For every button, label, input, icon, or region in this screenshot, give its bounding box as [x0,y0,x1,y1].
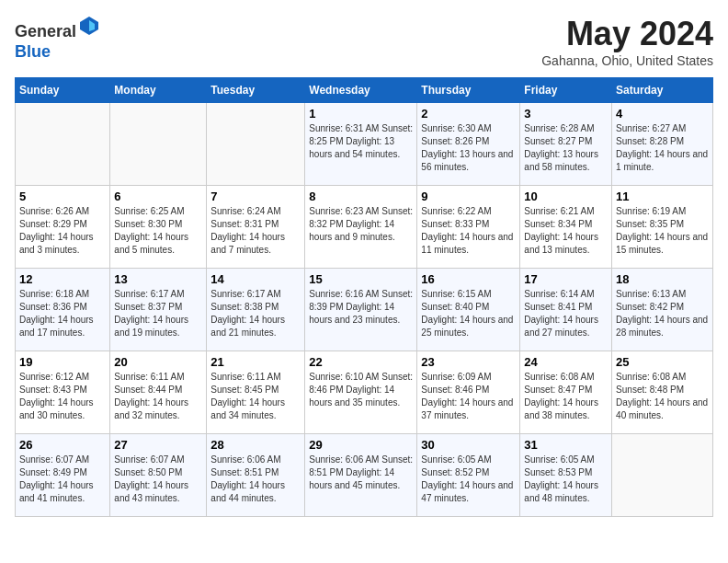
day-content: Sunrise: 6:09 AM Sunset: 8:46 PM Dayligh… [421,371,516,422]
day-content: Sunrise: 6:07 AM Sunset: 8:49 PM Dayligh… [19,454,106,505]
weekday-header-sunday: Sunday [16,78,110,103]
calendar-cell: 19Sunrise: 6:12 AM Sunset: 8:43 PM Dayli… [16,351,110,434]
calendar-cell: 13Sunrise: 6:17 AM Sunset: 8:37 PM Dayli… [110,269,207,351]
calendar-cell: 9Sunrise: 6:22 AM Sunset: 8:33 PM Daylig… [417,186,520,269]
calendar-cell: 11Sunrise: 6:19 AM Sunset: 8:35 PM Dayli… [612,186,713,269]
calendar-cell: 5Sunrise: 6:26 AM Sunset: 8:29 PM Daylig… [16,186,110,269]
day-number: 30 [421,438,516,452]
day-content: Sunrise: 6:05 AM Sunset: 8:53 PM Dayligh… [524,454,608,505]
day-content: Sunrise: 6:12 AM Sunset: 8:43 PM Dayligh… [19,371,106,422]
day-number: 18 [616,272,709,286]
calendar-week-row: 12Sunrise: 6:18 AM Sunset: 8:36 PM Dayli… [16,269,713,351]
calendar-cell: 25Sunrise: 6:08 AM Sunset: 8:48 PM Dayli… [612,351,713,434]
day-content: Sunrise: 6:10 AM Sunset: 8:46 PM Dayligh… [309,371,413,409]
day-number: 15 [309,272,413,286]
calendar-cell: 15Sunrise: 6:16 AM Sunset: 8:39 PM Dayli… [305,269,417,351]
day-content: Sunrise: 6:06 AM Sunset: 8:51 PM Dayligh… [309,454,413,492]
day-content: Sunrise: 6:22 AM Sunset: 8:33 PM Dayligh… [421,205,516,257]
calendar-cell: 31Sunrise: 6:05 AM Sunset: 8:53 PM Dayli… [520,434,612,517]
day-number: 31 [524,438,608,452]
day-number: 3 [524,107,608,121]
page-header: General Blue May 2024 Gahanna, Ohio, Uni… [15,15,713,68]
calendar-week-row: 26Sunrise: 6:07 AM Sunset: 8:49 PM Dayli… [16,434,713,517]
weekday-header-tuesday: Tuesday [207,78,305,103]
day-content: Sunrise: 6:14 AM Sunset: 8:41 PM Dayligh… [524,288,608,339]
day-number: 27 [114,438,202,452]
calendar-cell [612,434,713,517]
day-number: 19 [19,355,106,369]
day-number: 11 [616,190,709,203]
day-content: Sunrise: 6:05 AM Sunset: 8:52 PM Dayligh… [421,454,516,505]
day-number: 6 [114,190,202,203]
day-content: Sunrise: 6:31 AM Sunset: 8:25 PM Dayligh… [309,122,413,161]
day-content: Sunrise: 6:25 AM Sunset: 8:30 PM Dayligh… [114,205,202,257]
day-number: 29 [309,438,413,452]
calendar-week-row: 19Sunrise: 6:12 AM Sunset: 8:43 PM Dayli… [16,351,713,434]
logo: General Blue [15,15,100,62]
day-number: 10 [524,190,608,203]
day-content: Sunrise: 6:19 AM Sunset: 8:35 PM Dayligh… [616,205,709,257]
day-number: 20 [114,355,202,369]
day-content: Sunrise: 6:17 AM Sunset: 8:37 PM Dayligh… [114,288,202,339]
weekday-header-saturday: Saturday [612,78,713,103]
day-number: 28 [210,438,301,452]
calendar-cell: 24Sunrise: 6:08 AM Sunset: 8:47 PM Dayli… [520,351,612,434]
calendar-cell: 12Sunrise: 6:18 AM Sunset: 8:36 PM Dayli… [16,269,110,351]
calendar-cell: 7Sunrise: 6:24 AM Sunset: 8:31 PM Daylig… [207,186,305,269]
weekday-header-thursday: Thursday [417,78,520,103]
day-number: 1 [309,107,413,121]
day-number: 14 [210,272,301,286]
day-number: 12 [19,272,106,286]
day-content: Sunrise: 6:26 AM Sunset: 8:29 PM Dayligh… [19,205,106,257]
calendar-cell: 18Sunrise: 6:13 AM Sunset: 8:42 PM Dayli… [612,269,713,351]
weekday-header-wednesday: Wednesday [305,78,417,103]
day-number: 2 [421,107,516,121]
day-content: Sunrise: 6:16 AM Sunset: 8:39 PM Dayligh… [309,288,413,327]
calendar-cell [110,103,207,186]
day-content: Sunrise: 6:23 AM Sunset: 8:32 PM Dayligh… [309,205,413,244]
location-subtitle: Gahanna, Ohio, United States [541,53,713,68]
calendar-cell: 20Sunrise: 6:11 AM Sunset: 8:44 PM Dayli… [110,351,207,434]
day-number: 7 [210,190,301,203]
day-content: Sunrise: 6:08 AM Sunset: 8:48 PM Dayligh… [616,371,709,422]
day-number: 17 [524,272,608,286]
weekday-header-monday: Monday [110,78,207,103]
day-number: 23 [421,355,516,369]
day-number: 9 [421,190,516,203]
day-number: 13 [114,272,202,286]
day-content: Sunrise: 6:11 AM Sunset: 8:45 PM Dayligh… [210,371,301,422]
calendar-table: SundayMondayTuesdayWednesdayThursdayFrid… [15,77,713,517]
day-number: 8 [309,190,413,203]
calendar-cell: 1Sunrise: 6:31 AM Sunset: 8:25 PM Daylig… [305,103,417,186]
day-content: Sunrise: 6:07 AM Sunset: 8:50 PM Dayligh… [114,454,202,505]
day-content: Sunrise: 6:24 AM Sunset: 8:31 PM Dayligh… [210,205,301,257]
calendar-cell: 8Sunrise: 6:23 AM Sunset: 8:32 PM Daylig… [305,186,417,269]
calendar-cell: 21Sunrise: 6:11 AM Sunset: 8:45 PM Dayli… [207,351,305,434]
day-content: Sunrise: 6:13 AM Sunset: 8:42 PM Dayligh… [616,288,709,339]
calendar-cell: 2Sunrise: 6:30 AM Sunset: 8:26 PM Daylig… [417,103,520,186]
day-content: Sunrise: 6:17 AM Sunset: 8:38 PM Dayligh… [210,288,301,339]
day-content: Sunrise: 6:30 AM Sunset: 8:26 PM Dayligh… [421,122,516,174]
day-number: 16 [421,272,516,286]
logo-blue-text: Blue [15,42,51,61]
day-number: 5 [19,190,106,203]
day-content: Sunrise: 6:08 AM Sunset: 8:47 PM Dayligh… [524,371,608,422]
day-content: Sunrise: 6:11 AM Sunset: 8:44 PM Dayligh… [114,371,202,422]
day-content: Sunrise: 6:06 AM Sunset: 8:51 PM Dayligh… [210,454,301,505]
calendar-cell: 4Sunrise: 6:27 AM Sunset: 8:28 PM Daylig… [612,103,713,186]
day-number: 4 [616,107,709,121]
calendar-cell: 30Sunrise: 6:05 AM Sunset: 8:52 PM Dayli… [417,434,520,517]
calendar-cell: 28Sunrise: 6:06 AM Sunset: 8:51 PM Dayli… [207,434,305,517]
calendar-cell: 3Sunrise: 6:28 AM Sunset: 8:27 PM Daylig… [520,103,612,186]
calendar-cell [207,103,305,186]
logo-icon [78,15,100,37]
calendar-cell: 26Sunrise: 6:07 AM Sunset: 8:49 PM Dayli… [16,434,110,517]
logo-general-text: General [15,22,76,40]
day-content: Sunrise: 6:27 AM Sunset: 8:28 PM Dayligh… [616,122,709,174]
day-number: 21 [210,355,301,369]
day-number: 26 [19,438,106,452]
title-block: May 2024 Gahanna, Ohio, United States [541,15,713,68]
calendar-cell: 10Sunrise: 6:21 AM Sunset: 8:34 PM Dayli… [520,186,612,269]
calendar-cell: 6Sunrise: 6:25 AM Sunset: 8:30 PM Daylig… [110,186,207,269]
calendar-cell: 27Sunrise: 6:07 AM Sunset: 8:50 PM Dayli… [110,434,207,517]
